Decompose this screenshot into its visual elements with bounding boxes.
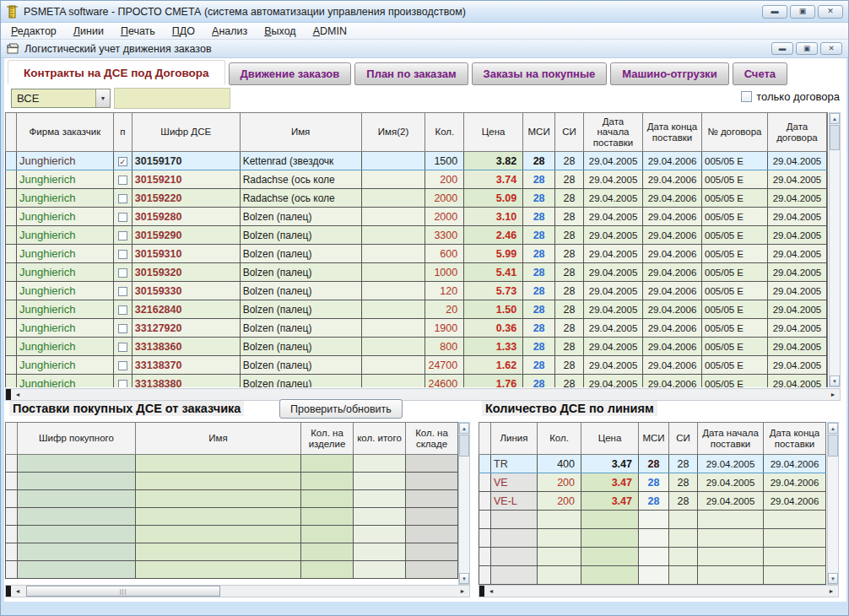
cell-price[interactable]: 1.62: [464, 356, 523, 375]
cell-qty[interactable]: 200: [425, 170, 464, 189]
purchases-column-2[interactable]: Кол. на изделие: [301, 423, 354, 455]
cell-name2[interactable]: [361, 282, 425, 300]
line-cell-qty[interactable]: [538, 548, 581, 566]
purchases-empty-row[interactable]: [6, 490, 458, 508]
cell-code[interactable]: 33138370: [132, 356, 240, 375]
cell-qty[interactable]: 3300: [425, 226, 464, 245]
cell-dend[interactable]: 29.04.2006: [643, 319, 702, 338]
cell-qty[interactable]: 24600: [425, 375, 464, 388]
cell-dend[interactable]: 29.04.2006: [643, 375, 702, 388]
table-row[interactable]: Junghierich30159220Radachse (ось коле200…: [6, 189, 827, 208]
cell-name[interactable]: Bolzen (палец): [240, 356, 361, 375]
cell-name2[interactable]: [361, 338, 425, 356]
cell-chk[interactable]: [113, 282, 132, 300]
cell-qty[interactable]: 20: [425, 300, 464, 319]
cell-msi[interactable]: 28: [523, 245, 555, 263]
row-selector[interactable]: [6, 208, 17, 226]
cell-contract[interactable]: 005/05 E: [702, 263, 768, 282]
row-selector[interactable]: [6, 338, 17, 356]
lines-column-dstart[interactable]: Дата начала поставки: [698, 423, 764, 455]
purchases-cell-4[interactable]: [406, 543, 458, 561]
row-selector[interactable]: [6, 508, 18, 526]
cell-dcontract[interactable]: 29.04.2005: [767, 152, 826, 170]
row-selector[interactable]: [6, 543, 18, 561]
row-selector[interactable]: [479, 492, 491, 511]
cell-chk[interactable]: [113, 226, 132, 245]
cell-name2[interactable]: [361, 170, 425, 189]
cell-firm[interactable]: Junghierich: [16, 319, 113, 338]
line-row[interactable]: VE-L2003.47282829.04.200529.04.2006: [479, 492, 826, 511]
purchases-cell-0[interactable]: [18, 473, 136, 490]
purchases-cell-2[interactable]: [301, 490, 354, 508]
row-selector[interactable]: [6, 375, 17, 388]
menu-item-4[interactable]: Анализ: [203, 24, 256, 39]
line-cell-msi[interactable]: 28: [639, 492, 669, 511]
scroll-thumb[interactable]: [828, 435, 838, 457]
purchases-cell-3[interactable]: [354, 473, 406, 490]
close-icon[interactable]: ✕: [818, 5, 843, 19]
cell-contract[interactable]: 005/05 E: [702, 282, 768, 300]
cell-name2[interactable]: [361, 375, 425, 388]
row-checkbox[interactable]: [118, 287, 127, 296]
scroll-right-icon[interactable]: ►: [825, 586, 837, 597]
cell-dend[interactable]: 29.04.2006: [643, 356, 702, 375]
line-cell-dend[interactable]: [764, 566, 826, 585]
row-selector[interactable]: [6, 473, 18, 490]
row-selector[interactable]: [6, 189, 17, 208]
cell-qty[interactable]: 2000: [425, 189, 464, 208]
column-header-qty[interactable]: Кол.: [425, 113, 464, 152]
scroll-right-icon[interactable]: ►: [457, 586, 468, 597]
cell-dcontract[interactable]: 29.04.2005: [767, 245, 826, 263]
maximize-icon[interactable]: ▣: [790, 5, 815, 19]
purchases-empty-row[interactable]: [6, 526, 458, 543]
lines-v-scrollbar[interactable]: ▲ ▼: [827, 422, 839, 585]
purchases-empty-row[interactable]: [6, 543, 458, 561]
purchases-cell-2[interactable]: [301, 561, 354, 579]
cell-contract[interactable]: 005/05 E: [702, 338, 768, 356]
cell-name[interactable]: Bolzen (палец): [240, 263, 361, 282]
table-row[interactable]: Junghierich33127920Bolzen (палец)19000.3…: [6, 319, 827, 338]
child-minimize-icon[interactable]: ▬: [771, 42, 793, 55]
column-header-msi[interactable]: МСИ: [523, 113, 555, 152]
h-scroll-mark[interactable]: [479, 586, 484, 597]
line-cell-qty[interactable]: 400: [538, 455, 581, 473]
row-checkbox[interactable]: [118, 194, 127, 203]
cell-name2[interactable]: [361, 208, 425, 226]
purchases-cell-2[interactable]: [301, 543, 354, 561]
row-selector[interactable]: [479, 455, 491, 473]
cell-name[interactable]: Bolzen (палец): [240, 338, 361, 356]
cell-name[interactable]: Bolzen (палец): [240, 375, 361, 388]
purchases-cell-1[interactable]: [136, 508, 301, 526]
cell-dend[interactable]: 29.04.2006: [643, 189, 702, 208]
cell-dcontract[interactable]: 29.04.2005: [767, 226, 826, 245]
cell-dcontract[interactable]: 29.04.2005: [767, 319, 826, 338]
row-checkbox[interactable]: [118, 213, 127, 222]
cell-si[interactable]: 28: [555, 170, 584, 189]
tab-2[interactable]: План по заказам: [354, 62, 468, 85]
cell-firm[interactable]: Junghierich: [16, 152, 113, 170]
purchases-cell-4[interactable]: [406, 526, 458, 543]
cell-price[interactable]: 3.10: [464, 208, 523, 226]
cell-si[interactable]: 28: [555, 245, 584, 263]
lines-column-si[interactable]: СИ: [669, 423, 698, 455]
line-cell-dstart[interactable]: [698, 548, 764, 566]
cell-si[interactable]: 28: [555, 208, 584, 226]
cell-name2[interactable]: [361, 263, 425, 282]
purchases-empty-row[interactable]: [6, 455, 458, 473]
row-selector[interactable]: [6, 561, 18, 579]
cell-dstart[interactable]: 29.04.2005: [584, 170, 643, 189]
line-cell-si[interactable]: [669, 529, 698, 548]
cell-price[interactable]: 3.74: [464, 170, 523, 189]
scroll-right-icon[interactable]: ►: [827, 389, 839, 400]
cell-chk[interactable]: [113, 300, 132, 319]
cell-qty[interactable]: 1500: [425, 152, 464, 170]
menu-item-1[interactable]: Линии: [65, 24, 112, 39]
child-restore-icon[interactable]: ▣: [796, 42, 818, 55]
cell-price[interactable]: 1.33: [464, 338, 523, 356]
cell-code[interactable]: 30159170: [132, 152, 240, 170]
cell-code[interactable]: 30159320: [132, 263, 240, 282]
v-scrollbar[interactable]: ▲ ▼: [829, 112, 841, 387]
purchases-cell-0[interactable]: [18, 508, 136, 526]
cell-code[interactable]: 33138380: [132, 375, 240, 388]
cell-dend[interactable]: 29.04.2006: [643, 282, 702, 300]
